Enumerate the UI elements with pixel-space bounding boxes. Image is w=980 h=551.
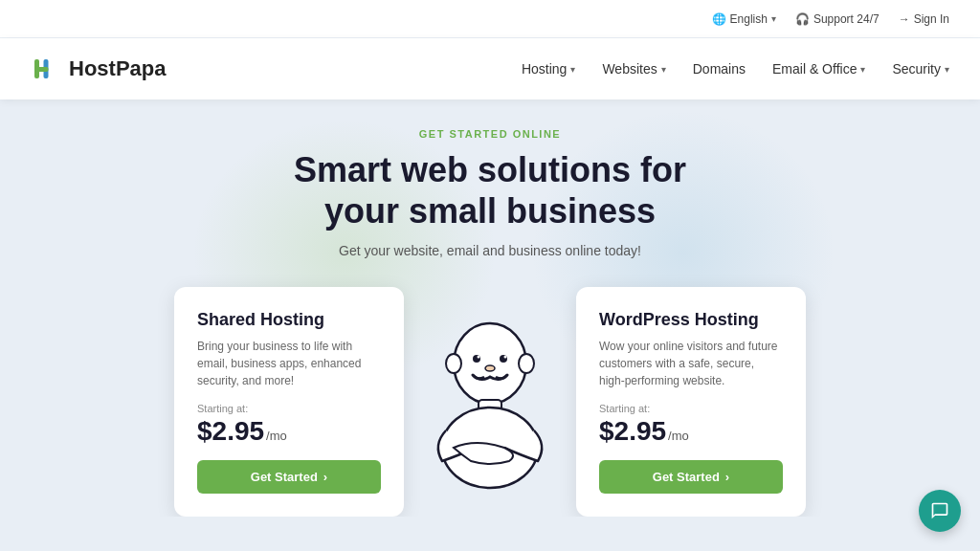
wordpress-hosting-price-value: $2.95 [599, 416, 666, 447]
nav-links: Hosting ▾ Websites ▾ Domains Email & Off… [522, 61, 949, 77]
shared-hosting-starting-at: Starting at: [197, 403, 381, 414]
chevron-down-icon: ▾ [661, 64, 666, 75]
nav-hosting[interactable]: Hosting ▾ [522, 61, 575, 77]
cards-row: Shared Hosting Bring your business to li… [77, 287, 903, 517]
globe-icon: 🌐 [712, 12, 726, 26]
hero-subtitle: GET STARTED ONLINE [77, 128, 903, 140]
nav-domains-label: Domains [693, 61, 746, 77]
logo[interactable]: HostPapa [31, 54, 166, 84]
wordpress-hosting-card: WordPress Hosting Wow your online visito… [576, 287, 806, 517]
nav-domains[interactable]: Domains [693, 61, 746, 77]
svg-point-8 [485, 365, 495, 371]
mascot-container [404, 306, 576, 497]
headset-icon: 🎧 [795, 12, 810, 26]
chevron-down-icon: ▾ [945, 64, 949, 75]
wordpress-hosting-starting-at: Starting at: [599, 403, 783, 414]
wordpress-hosting-price-mo: /mo [668, 429, 689, 443]
chevron-down-icon: ▾ [771, 13, 776, 24]
nav-email-office[interactable]: Email & Office ▾ [772, 61, 865, 77]
language-selector[interactable]: 🌐 English ▾ [712, 12, 776, 26]
shared-hosting-price-mo: /mo [266, 429, 287, 443]
chat-icon [930, 501, 949, 520]
signin-label: Sign In [914, 12, 949, 26]
svg-point-3 [454, 323, 526, 404]
hero-section: GET STARTED ONLINE Smart web solutions f… [0, 99, 980, 517]
wordpress-hosting-price: $2.95/mo [599, 416, 783, 447]
nav-hosting-label: Hosting [522, 61, 567, 77]
top-bar-right: 🌐 English ▾ 🎧 Support 24/7 → Sign In [712, 12, 949, 26]
shared-hosting-title: Shared Hosting [197, 310, 381, 330]
nav-security[interactable]: Security ▾ [892, 61, 949, 77]
signin-icon: → [899, 12, 910, 26]
navbar: HostPapa Hosting ▾ Websites ▾ Domains Em… [0, 38, 980, 99]
chat-button[interactable] [919, 490, 961, 532]
shared-hosting-price-value: $2.95 [197, 416, 264, 447]
svg-point-10 [519, 354, 534, 373]
nav-email-office-label: Email & Office [772, 61, 857, 77]
logo-text: HostPapa [69, 56, 166, 81]
chevron-down-icon: ▾ [570, 64, 575, 75]
wordpress-hosting-title: WordPress Hosting [599, 310, 783, 330]
shared-hosting-get-started-button[interactable]: Get Started › [197, 460, 381, 494]
wordpress-hosting-btn-arrow: › [725, 470, 729, 484]
language-label: English [730, 12, 768, 26]
wordpress-hosting-btn-label: Get Started [653, 470, 720, 484]
wordpress-hosting-get-started-button[interactable]: Get Started › [599, 460, 783, 494]
hero-title-line2: your small business [324, 191, 656, 231]
chevron-down-icon: ▾ [860, 64, 865, 75]
hero-title-line1: Smart web solutions for [294, 150, 686, 189]
signin-link[interactable]: → Sign In [899, 12, 949, 26]
nav-websites-label: Websites [602, 61, 657, 77]
support-link[interactable]: 🎧 Support 24/7 [795, 12, 880, 26]
hero-title: Smart web solutions for your small busin… [77, 149, 903, 231]
shared-hosting-btn-label: Get Started [251, 470, 318, 484]
shared-hosting-card: Shared Hosting Bring your business to li… [174, 287, 404, 517]
svg-point-9 [446, 354, 461, 373]
svg-rect-2 [34, 67, 49, 72]
wordpress-hosting-desc: Wow your online visitors and future cust… [599, 338, 783, 389]
support-label: Support 24/7 [813, 12, 880, 26]
shared-hosting-btn-arrow: › [323, 470, 327, 484]
top-bar: 🌐 English ▾ 🎧 Support 24/7 → Sign In [0, 0, 980, 38]
logo-icon [31, 54, 61, 84]
svg-point-6 [478, 356, 480, 359]
nav-security-label: Security [892, 61, 941, 77]
shared-hosting-desc: Bring your business to life with email, … [197, 338, 381, 389]
hero-description: Get your website, email and business onl… [77, 243, 903, 258]
nav-websites[interactable]: Websites ▾ [602, 61, 665, 77]
shared-hosting-price: $2.95/mo [197, 416, 381, 447]
svg-point-7 [504, 356, 507, 359]
mascot-illustration [413, 306, 567, 497]
